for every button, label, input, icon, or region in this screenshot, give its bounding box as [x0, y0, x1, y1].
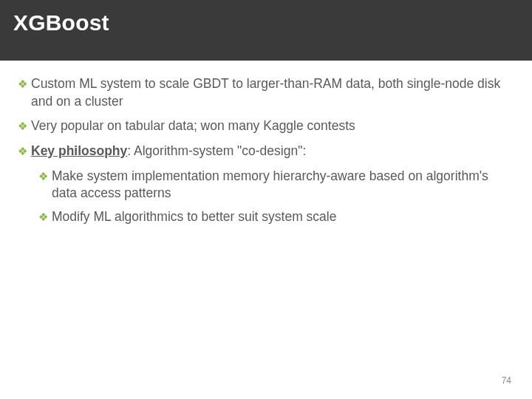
page-number: 74	[502, 375, 511, 386]
sub-bullet-list: ❖ Make system implementation memory hier…	[18, 168, 514, 226]
bullet-text: Modify ML algorithmics to better suit sy…	[52, 208, 514, 226]
slide-title: XGBoost	[13, 10, 519, 35]
bullet-text: Very popular on tabular data; won many K…	[31, 117, 514, 135]
sub-bullet-item: ❖ Modify ML algorithmics to better suit …	[38, 208, 514, 226]
diamond-bullet-icon: ❖	[18, 117, 31, 135]
diamond-bullet-icon: ❖	[18, 143, 31, 160]
slide-body: ❖ Custom ML system to scale GBDT to larg…	[0, 61, 532, 225]
bullet-item: ❖ Very popular on tabular data; won many…	[18, 117, 514, 135]
diamond-bullet-icon: ❖	[18, 75, 31, 110]
sub-bullet-item: ❖ Make system implementation memory hier…	[38, 168, 514, 202]
bullet-item: ❖ Custom ML system to scale GBDT to larg…	[18, 75, 514, 110]
diamond-bullet-icon: ❖	[38, 208, 52, 226]
bullet-text: Key philosophy: Algorithm-system "co-des…	[31, 143, 514, 160]
diamond-bullet-icon: ❖	[38, 168, 52, 202]
key-philosophy-label: Key philosophy	[31, 143, 127, 158]
bullet-item: ❖ Key philosophy: Algorithm-system "co-d…	[18, 143, 514, 160]
bullet-text: Make system implementation memory hierar…	[52, 168, 514, 202]
key-philosophy-rest: : Algorithm-system "co-design":	[127, 143, 306, 158]
bullet-text: Custom ML system to scale GBDT to larger…	[31, 75, 514, 110]
slide-header: XGBoost	[0, 0, 532, 61]
